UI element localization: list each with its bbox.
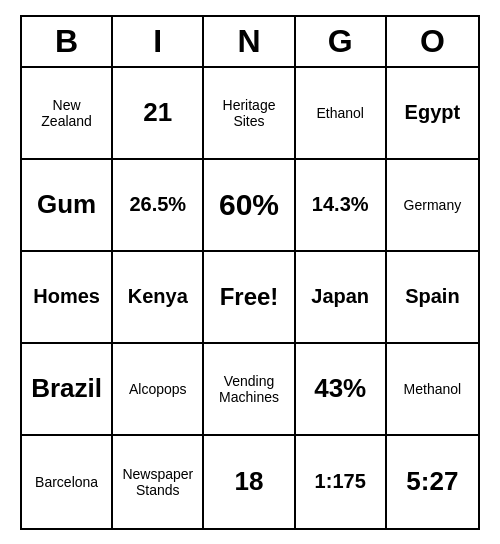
bingo-cell: 18: [204, 436, 295, 528]
bingo-cell: Kenya: [113, 252, 204, 344]
bingo-cell: Free!: [204, 252, 295, 344]
bingo-cell: Alcopops: [113, 344, 204, 436]
bingo-cell: Gum: [22, 160, 113, 252]
header-letter: B: [22, 17, 113, 66]
bingo-header: BINGO: [22, 17, 478, 68]
header-letter: N: [204, 17, 295, 66]
bingo-cell: Homes: [22, 252, 113, 344]
bingo-cell: Egypt: [387, 68, 478, 160]
bingo-cell: Germany: [387, 160, 478, 252]
bingo-cell: Brazil: [22, 344, 113, 436]
bingo-cell: Ethanol: [296, 68, 387, 160]
bingo-cell: 60%: [204, 160, 295, 252]
bingo-card: BINGO New Zealand21Heritage SitesEthanol…: [20, 15, 480, 530]
bingo-grid: New Zealand21Heritage SitesEthanolEgyptG…: [22, 68, 478, 528]
bingo-cell: Vending Machines: [204, 344, 295, 436]
bingo-cell: 21: [113, 68, 204, 160]
bingo-cell: Methanol: [387, 344, 478, 436]
bingo-cell: 14.3%: [296, 160, 387, 252]
bingo-cell: Japan: [296, 252, 387, 344]
bingo-cell: 5:27: [387, 436, 478, 528]
bingo-cell: Barcelona: [22, 436, 113, 528]
bingo-cell: 43%: [296, 344, 387, 436]
header-letter: G: [296, 17, 387, 66]
bingo-cell: Heritage Sites: [204, 68, 295, 160]
header-letter: O: [387, 17, 478, 66]
bingo-cell: New Zealand: [22, 68, 113, 160]
header-letter: I: [113, 17, 204, 66]
bingo-cell: Spain: [387, 252, 478, 344]
bingo-cell: 26.5%: [113, 160, 204, 252]
bingo-cell: Newspaper Stands: [113, 436, 204, 528]
bingo-cell: 1:175: [296, 436, 387, 528]
